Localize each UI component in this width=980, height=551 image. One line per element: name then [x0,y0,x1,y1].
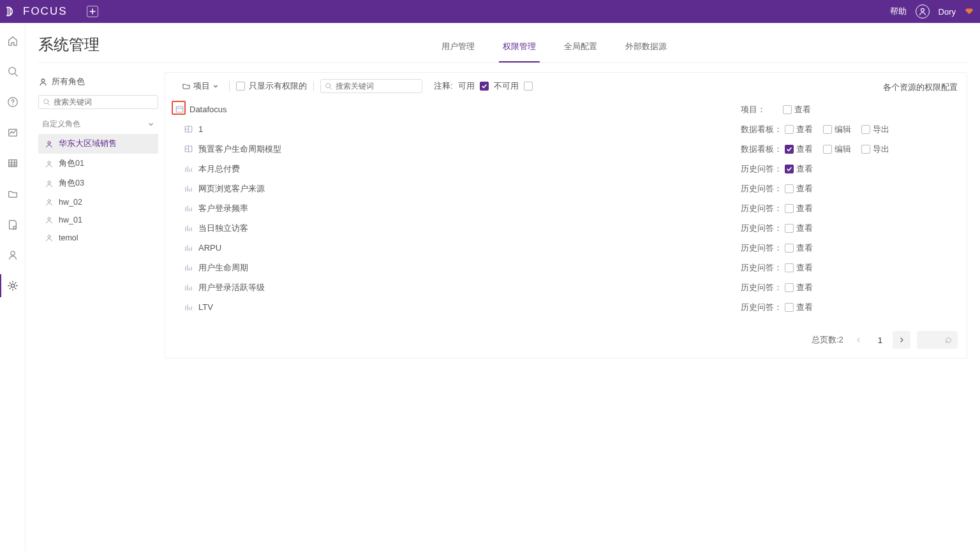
perm-checkbox[interactable] [785,244,794,253]
role-item[interactable]: 角色01 [38,154,158,173]
tab-1[interactable]: 权限管理 [499,37,540,62]
svg-rect-4 [8,160,17,167]
perm-option[interactable]: 编辑 [823,143,851,155]
perm-option[interactable]: 查看 [785,223,813,234]
panel-right-title: 各个资源的权限配置 [883,75,958,97]
perm-option[interactable]: 查看 [783,104,811,115]
perm-opt-label: 查看 [796,242,813,254]
perm-option[interactable]: 导出 [861,143,889,155]
perm-checkbox[interactable] [785,145,794,154]
only-permission-toggle[interactable]: 只显示有权限的 [236,80,307,92]
user-icon [45,216,54,224]
rail-search[interactable] [6,65,19,78]
resource-search-box[interactable] [320,79,422,93]
role-item[interactable]: hw_02 [38,193,158,211]
perm-checkbox[interactable] [823,125,832,134]
perm-opt-label: 查看 [796,163,813,175]
role-item[interactable]: 角色03 [38,173,158,193]
perm-checkbox[interactable] [861,125,870,134]
brand: FOCUS [6,5,68,18]
svg-point-14 [48,217,50,220]
perm-checkbox[interactable] [823,145,832,154]
refresh-icon [944,336,953,344]
rail-chart[interactable] [6,126,19,139]
resource-row[interactable]: 用户登录活跃等级 [174,277,741,297]
permission-row: 历史问答：查看 [741,179,958,198]
rail-table[interactable] [6,157,19,170]
project-filter[interactable]: 项目 [178,79,223,93]
plus-icon [89,8,96,15]
chevron-down-icon [147,121,154,128]
pager-jump-box[interactable] [917,331,958,349]
perm-checkbox[interactable] [783,105,792,114]
perm-checkbox[interactable] [785,224,794,233]
resource-search-input[interactable] [336,82,418,91]
resource-row[interactable]: ARPU [174,238,741,258]
username[interactable]: Dory [939,7,956,17]
perm-option[interactable]: 查看 [785,203,813,214]
resource-row[interactable]: 用户生命周期 [174,258,741,277]
only-permission-checkbox[interactable] [236,82,245,91]
svg-point-0 [921,8,924,11]
search-icon [325,82,333,91]
role-search-box[interactable] [38,95,158,109]
chart-icon [183,263,193,272]
new-button[interactable] [87,6,98,17]
resource-row[interactable]: 1 [174,119,741,139]
folder-icon [182,82,191,91]
tab-3[interactable]: 外部数据源 [621,37,671,62]
tab-2[interactable]: 全局配置 [560,37,601,62]
perm-checkbox[interactable] [785,283,794,292]
resource-row[interactable]: 当日独立访客 [174,218,741,238]
perm-option[interactable]: 查看 [785,124,813,135]
role-search-input[interactable] [54,98,154,107]
role-group-header[interactable]: 自定义角色 [38,115,158,133]
perm-option[interactable]: 查看 [785,183,813,195]
rail-users[interactable] [6,249,19,261]
resource-row[interactable]: 本月总付费 [174,159,741,179]
perm-checkbox[interactable] [785,204,794,213]
perm-checkbox[interactable] [785,125,794,134]
resource-row[interactable]: 预置客户生命周期模型 [174,139,741,159]
perm-checkbox[interactable] [785,263,794,272]
resource-name: 客户登录频率 [198,203,248,214]
highlight-box [172,101,186,115]
tab-0[interactable]: 用户管理 [438,37,479,62]
perm-option[interactable]: 查看 [785,282,813,293]
resource-row[interactable]: Datafocus [174,99,741,119]
chart-icon [183,184,193,193]
perm-checkbox[interactable] [861,145,870,154]
pager-prev-button[interactable] [850,331,868,349]
rail-folder[interactable] [6,187,19,200]
resource-row[interactable]: 网页浏览客户来源 [174,179,741,198]
perm-option[interactable]: 查看 [785,143,813,155]
pager-next-button[interactable] [893,331,910,349]
rail-data[interactable] [6,218,19,231]
rail-settings[interactable] [6,279,19,292]
perm-type-label: 历史问答： [741,302,782,313]
rail-home[interactable] [6,34,19,47]
perm-checkbox[interactable] [785,165,794,173]
chart-icon [183,223,193,233]
role-item[interactable]: hw_01 [38,211,158,229]
avatar-icon[interactable] [916,4,930,18]
role-item[interactable]: 华东大区域销售 [38,134,158,154]
perm-option[interactable]: 查看 [785,262,813,274]
svg-point-10 [48,141,50,143]
perm-type-label: 历史问答： [741,282,782,293]
perm-opt-label: 查看 [796,124,813,135]
permission-row: 项目：查看 [741,99,958,119]
perm-option[interactable]: 查看 [785,242,813,254]
perm-option[interactable]: 编辑 [823,124,851,135]
perm-option[interactable]: 查看 [785,302,813,313]
perm-checkbox[interactable] [785,184,794,193]
resource-row[interactable]: LTV [174,297,741,317]
rail-help[interactable] [6,96,19,108]
perm-option[interactable]: 导出 [861,124,889,135]
help-link[interactable]: 帮助 [890,6,907,17]
perm-option[interactable]: 查看 [785,163,813,175]
divider [229,81,230,91]
role-item[interactable]: temol [38,229,158,247]
resource-row[interactable]: 客户登录频率 [174,198,741,218]
perm-checkbox[interactable] [785,303,794,312]
